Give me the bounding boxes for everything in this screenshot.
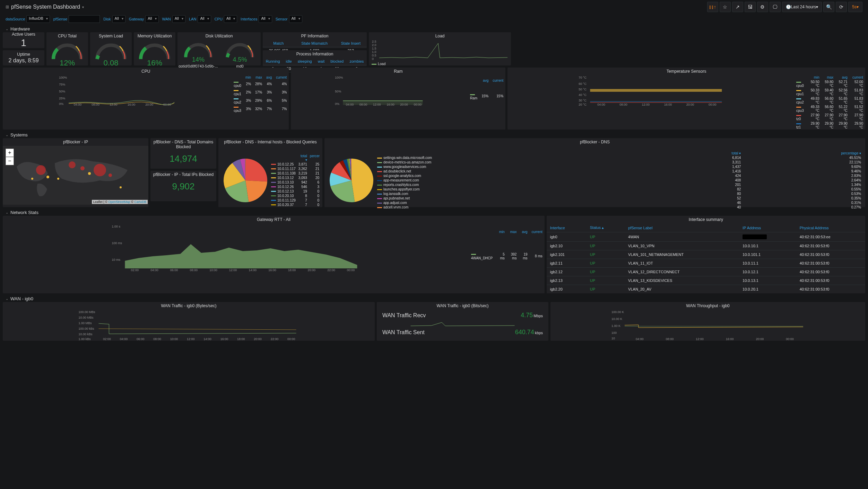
var-sensor[interactable]: All bbox=[289, 15, 302, 23]
svg-text:1.00 s: 1.00 s bbox=[112, 225, 120, 228]
chevron-down-icon[interactable]: ▾ bbox=[82, 5, 84, 9]
svg-text:20 °C: 20 °C bbox=[579, 103, 587, 106]
panel-pie-hosts[interactable]: pfBlocker - DNS - Internal hosts - Block… bbox=[218, 138, 322, 207]
panel-temp-chart[interactable]: Temperature Sensors 70 °C60 °C50 °C40 °C… bbox=[507, 68, 865, 130]
panel-wan-bytes[interactable]: WAN Traffic - igb0 (Bytes/sec) 100.00 MB… bbox=[3, 302, 375, 341]
table-row[interactable]: igb2.101UPVLAN_101_NETMANAGEMENT10.0.101… bbox=[547, 250, 865, 259]
table-row[interactable]: igb2.10UPVLAN_10_VPN10.0.10.140:62:31:00… bbox=[547, 242, 865, 250]
panel-interface-summary[interactable]: Interface summary InterfaceStatus ▴pfSen… bbox=[547, 216, 865, 293]
table-row[interactable]: igb2.13UPVLAN_13_KIDSDEVICES10.0.13.140:… bbox=[547, 276, 865, 285]
svg-point-47 bbox=[57, 178, 59, 180]
var-gateway[interactable]: All bbox=[145, 15, 158, 23]
svg-text:20:00: 20:00 bbox=[145, 103, 153, 106]
row-systems-toggle[interactable]: ⌄Systems bbox=[0, 132, 868, 138]
svg-text:75%: 75% bbox=[59, 83, 65, 86]
svg-text:00:00: 00:00 bbox=[163, 103, 171, 106]
map-zoom-out[interactable]: − bbox=[6, 157, 14, 165]
svg-text:0%: 0% bbox=[335, 102, 340, 106]
svg-text:20:00: 20:00 bbox=[400, 103, 408, 106]
panel-pie-dns[interactable]: pfBlocker - DNS total ▾percentage ▾setti… bbox=[324, 138, 865, 207]
panel-active-users[interactable]: Active Users 1 bbox=[3, 32, 44, 48]
panel-wan-throughput[interactable]: WAN Throughput - igb0 100.00 K10.00 K1.0… bbox=[550, 302, 865, 341]
svg-text:10:00: 10:00 bbox=[170, 337, 178, 341]
svg-text:0: 0 bbox=[372, 57, 374, 61]
panel-uptime[interactable]: Uptime 2 days, 8:59 bbox=[3, 50, 44, 65]
svg-text:30 °C: 30 °C bbox=[579, 99, 587, 102]
svg-text:00:00: 00:00 bbox=[414, 103, 422, 106]
panel-ips-blocked[interactable]: pfBlocker - IP - Total IPs Blocked 9,902 bbox=[150, 171, 216, 201]
svg-text:00:00: 00:00 bbox=[347, 268, 355, 272]
panel-system-load[interactable]: System Load 0.08 Load bbox=[90, 32, 132, 65]
table-row[interactable]: igb2.11UPVLAN_11_IOT10.0.11.140:62:31:00… bbox=[547, 259, 865, 268]
svg-text:0%: 0% bbox=[59, 102, 63, 106]
svg-text:18:00: 18:00 bbox=[288, 268, 296, 272]
panel-domains-blocked[interactable]: pfBlocker - DNS - Total Domains Blocked … bbox=[150, 138, 216, 169]
svg-point-43 bbox=[80, 166, 85, 170]
map-zoom-in[interactable]: + bbox=[6, 149, 14, 157]
load-sparkline: 2.52.01.51.00.50 bbox=[369, 40, 511, 61]
panel-gateway-rtt[interactable]: Gateway RTT - All 1.00 s100 ms10 ms 02:0… bbox=[3, 216, 545, 293]
panel-memory[interactable]: Memory Utilization 16% Ram bbox=[134, 32, 175, 65]
svg-text:50%: 50% bbox=[335, 90, 341, 93]
svg-rect-32 bbox=[590, 89, 722, 92]
svg-text:08:00: 08:00 bbox=[92, 103, 99, 106]
svg-text:100.00 MBs: 100.00 MBs bbox=[78, 310, 95, 314]
row-wan-toggle[interactable]: ⌄WAN - igb0 bbox=[0, 295, 868, 302]
panel-pfblocker-ip-map[interactable]: pfBlocker - IP +− Leaflet | © OpenStreet… bbox=[3, 138, 148, 207]
svg-text:100%: 100% bbox=[335, 76, 343, 79]
refresh-button[interactable]: ⟳ bbox=[836, 2, 847, 12]
svg-text:1.00 MBs: 1.00 MBs bbox=[78, 321, 92, 325]
add-panel-button[interactable]: ⫿⫿↑ bbox=[707, 2, 718, 12]
var-lan[interactable]: All bbox=[198, 15, 211, 23]
var-wan[interactable]: All bbox=[172, 15, 185, 23]
view-mode-button[interactable]: 🖵 bbox=[770, 2, 781, 12]
table-row[interactable]: igb0UP4WAN40:62:31:00:53:ee bbox=[547, 232, 865, 242]
panel-wan-bits[interactable]: WAN Traffic - igb0 (Bits/sec) WAN Traffi… bbox=[377, 302, 548, 341]
settings-button[interactable]: ⚙ bbox=[757, 2, 768, 12]
svg-text:12:00: 12:00 bbox=[696, 337, 704, 341]
svg-text:16:00: 16:00 bbox=[664, 103, 672, 106]
svg-text:12:00: 12:00 bbox=[373, 103, 381, 106]
var-cpu[interactable]: All bbox=[224, 15, 237, 23]
star-button[interactable]: ☆ bbox=[720, 2, 731, 12]
svg-text:1.00 kBs: 1.00 kBs bbox=[78, 337, 91, 341]
svg-text:04:00: 04:00 bbox=[346, 103, 354, 106]
svg-text:10 ms: 10 ms bbox=[112, 258, 120, 261]
zoom-out-button[interactable]: 🔍 bbox=[823, 2, 834, 12]
svg-text:100.00 kBs: 100.00 kBs bbox=[78, 327, 94, 330]
world-map[interactable]: +− Leaflet | © OpenStreetMap © CartoDB bbox=[3, 146, 148, 205]
svg-text:10.00 kBs: 10.00 kBs bbox=[78, 332, 93, 336]
row-hardware-toggle[interactable]: ⌄Hardware bbox=[0, 26, 868, 32]
save-button[interactable]: 🖫 bbox=[745, 2, 756, 12]
panel-ram-chart[interactable]: Ram 100%50%0% 04:0008:0012:0016:0020:000… bbox=[291, 68, 505, 130]
svg-text:06:00: 06:00 bbox=[137, 337, 145, 341]
var-interfaces[interactable]: All bbox=[259, 15, 272, 23]
time-range-picker[interactable]: 🕓 Last 24 hours ▾ bbox=[782, 2, 822, 12]
var-pfsense-input[interactable] bbox=[69, 15, 100, 23]
svg-text:70 °C: 70 °C bbox=[579, 76, 587, 79]
svg-text:08:00: 08:00 bbox=[359, 103, 367, 106]
panel-cpu-chart[interactable]: CPU 100%75%50%25%0% 04:0008:0012:0016:00… bbox=[3, 68, 289, 130]
svg-text:10.00 K: 10.00 K bbox=[611, 317, 622, 321]
var-label-datasource: dataSource bbox=[6, 17, 25, 21]
svg-text:1.5: 1.5 bbox=[372, 47, 376, 50]
panel-disk[interactable]: Disk Utilization 14% gptid/0d8f0743-5d9b… bbox=[177, 32, 261, 65]
share-button[interactable]: ↗ bbox=[732, 2, 743, 12]
table-row[interactable]: igb2.12UPVLAN_12_DIRECTCONNECT10.0.12.14… bbox=[547, 268, 865, 276]
svg-text:02:00: 02:00 bbox=[131, 268, 139, 272]
svg-text:20:00: 20:00 bbox=[307, 268, 315, 272]
table-row[interactable]: igb2.20UPVLAN_20_AV10.0.20.140:62:31:00:… bbox=[547, 285, 865, 294]
svg-point-41 bbox=[36, 165, 46, 175]
page-title[interactable]: pfSense System Dashboard bbox=[11, 4, 80, 10]
panel-cpu-total[interactable]: CPU Total 12% CPU bbox=[46, 32, 88, 65]
svg-text:08:00: 08:00 bbox=[666, 337, 674, 341]
var-datasource[interactable]: InfluxDB bbox=[26, 15, 50, 23]
svg-text:60 °C: 60 °C bbox=[579, 82, 587, 86]
panel-pf-info[interactable]: PF Information MatchState MismatchState … bbox=[263, 32, 367, 48]
refresh-interval[interactable]: 5s ▾ bbox=[848, 2, 862, 12]
panel-load-chart[interactable]: Load 2.52.01.51.00.50 Load bbox=[369, 32, 511, 65]
svg-text:12:00: 12:00 bbox=[110, 103, 118, 106]
svg-text:04:00: 04:00 bbox=[636, 337, 644, 341]
panel-proc-info[interactable]: Process Information Runningidlesleepingw… bbox=[263, 50, 367, 66]
var-disk[interactable]: All bbox=[112, 15, 125, 23]
